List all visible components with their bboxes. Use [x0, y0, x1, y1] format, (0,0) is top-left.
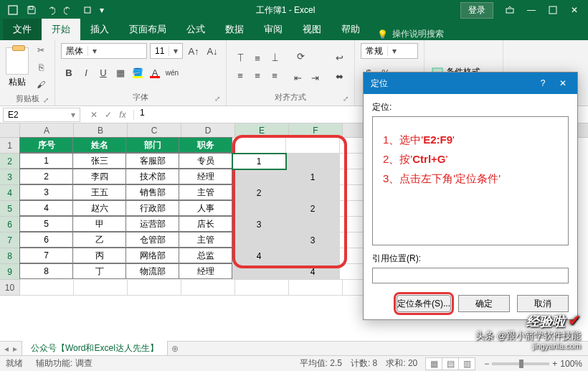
zoom-in-icon[interactable]: +: [552, 359, 557, 369]
chevron-down-icon[interactable]: ▾: [87, 46, 98, 56]
zoom-thumb[interactable]: [519, 360, 523, 368]
cell[interactable]: 1: [286, 169, 340, 185]
cell[interactable]: [289, 280, 343, 296]
cell[interactable]: 3: [286, 233, 340, 248]
close-icon[interactable]: ✕: [564, 1, 585, 19]
undo-icon[interactable]: [42, 1, 59, 19]
border-button[interactable]: ▦: [113, 65, 128, 80]
row-header[interactable]: 4: [0, 185, 19, 201]
cell[interactable]: 3: [232, 217, 286, 233]
login-button[interactable]: 登录: [460, 2, 493, 19]
cell[interactable]: [235, 280, 289, 296]
font-size-combo[interactable]: 11▾: [150, 43, 183, 59]
fill-color-button[interactable]: 🪣: [130, 65, 146, 80]
normal-view-icon[interactable]: ▦: [425, 357, 442, 370]
cell[interactable]: 2: [19, 169, 73, 184]
italic-button[interactable]: I: [78, 65, 94, 80]
zoom-control[interactable]: − + 100%: [484, 359, 582, 369]
cell[interactable]: [286, 154, 340, 169]
touch-mode-icon[interactable]: [79, 1, 96, 19]
cell[interactable]: 张三: [72, 153, 126, 169]
cell[interactable]: 赵六: [72, 200, 126, 216]
cell[interactable]: 6: [19, 232, 73, 248]
cell[interactable]: [74, 280, 128, 296]
cell[interactable]: [128, 280, 181, 296]
ok-button[interactable]: 确定: [458, 295, 510, 312]
font-name-combo[interactable]: 黑体▾: [61, 43, 147, 59]
col-header[interactable]: A: [20, 123, 74, 137]
autosave-icon[interactable]: [4, 1, 22, 19]
cell[interactable]: 2: [232, 185, 286, 201]
cell[interactable]: [286, 248, 340, 264]
tell-me-search[interactable]: 💡操作说明搜索: [370, 28, 451, 40]
col-header[interactable]: E: [235, 123, 289, 137]
cell[interactable]: 总监: [179, 248, 232, 263]
cell[interactable]: 运营部: [125, 216, 179, 232]
cell[interactable]: 仓管部: [125, 232, 179, 248]
status-accessibility[interactable]: 辅助功能: 调查: [36, 357, 93, 370]
cell[interactable]: 主管: [179, 184, 232, 200]
wrap-text-icon[interactable]: ↩: [330, 50, 348, 65]
name-box[interactable]: E2▾: [3, 108, 80, 122]
font-color-button[interactable]: A: [147, 65, 163, 80]
cell[interactable]: [286, 185, 340, 201]
number-format-combo[interactable]: 常规▾: [361, 43, 418, 59]
zoom-out-icon[interactable]: −: [484, 359, 489, 369]
zoom-value[interactable]: 100%: [560, 359, 582, 369]
cell[interactable]: 3: [19, 184, 73, 200]
cell[interactable]: 序号: [19, 137, 73, 153]
tab-insert[interactable]: 插入: [80, 19, 119, 40]
select-all-triangle[interactable]: [0, 123, 20, 138]
cell[interactable]: 乙: [72, 232, 126, 248]
cell[interactable]: [232, 169, 286, 185]
clipboard-launcher-icon[interactable]: ⤢: [43, 96, 49, 104]
row-header[interactable]: 6: [0, 217, 19, 233]
cell[interactable]: 人事: [179, 200, 232, 216]
cell[interactable]: [181, 280, 235, 296]
cell[interactable]: 经理: [179, 169, 232, 184]
sheet-tab[interactable]: 公众号【Word和Excel达人先生】: [22, 341, 168, 357]
col-header[interactable]: D: [181, 123, 235, 137]
chevron-down-icon[interactable]: ▾: [169, 46, 179, 56]
page-break-view-icon[interactable]: ▥: [458, 357, 475, 370]
save-icon[interactable]: [23, 1, 40, 19]
row-header[interactable]: 7: [0, 233, 19, 248]
cell[interactable]: 客服部: [125, 153, 179, 169]
font-launcher-icon[interactable]: ⤢: [214, 95, 220, 103]
row-header[interactable]: 8: [0, 248, 19, 264]
tab-formulas[interactable]: 公式: [176, 19, 215, 40]
tab-nav-prev-icon[interactable]: ◂: [4, 344, 9, 354]
cell[interactable]: [232, 201, 286, 217]
cancel-button[interactable]: 取消: [517, 295, 569, 312]
orientation-icon[interactable]: ⟳: [290, 48, 311, 64]
cell[interactable]: 专员: [179, 153, 232, 169]
cell[interactable]: 主管: [179, 232, 232, 248]
row-header[interactable]: 10: [0, 280, 19, 296]
cell[interactable]: [286, 138, 340, 154]
cell[interactable]: 李四: [72, 169, 126, 184]
cell[interactable]: [20, 280, 74, 296]
maximize-icon[interactable]: [542, 1, 564, 19]
tab-file[interactable]: 文件: [3, 19, 42, 40]
row-header[interactable]: 2: [0, 154, 19, 169]
reference-input[interactable]: [372, 268, 569, 283]
cell[interactable]: 销售部: [125, 184, 179, 200]
ribbon-options-icon[interactable]: [499, 1, 521, 19]
cell[interactable]: 行政部: [125, 200, 179, 216]
cell[interactable]: [232, 264, 286, 280]
merge-center-icon[interactable]: ⬌: [330, 68, 348, 84]
increase-indent-icon[interactable]: ⇥: [307, 70, 323, 85]
format-painter-icon[interactable]: 🖌: [33, 78, 49, 92]
cell[interactable]: 网络部: [125, 248, 179, 263]
bold-button[interactable]: B: [61, 65, 77, 80]
tab-nav-next-icon[interactable]: ▸: [13, 344, 17, 354]
cell[interactable]: 甲: [72, 216, 126, 232]
align-top-icon[interactable]: ⟙: [232, 50, 248, 66]
cancel-formula-icon[interactable]: ✕: [87, 110, 100, 120]
cell[interactable]: 店长: [179, 216, 232, 232]
row-header[interactable]: 3: [0, 169, 19, 185]
align-left-icon[interactable]: ≡: [232, 67, 248, 83]
phonetic-button[interactable]: wén: [164, 65, 180, 80]
enter-formula-icon[interactable]: ✓: [102, 110, 115, 120]
tab-help[interactable]: 帮助: [331, 19, 370, 40]
